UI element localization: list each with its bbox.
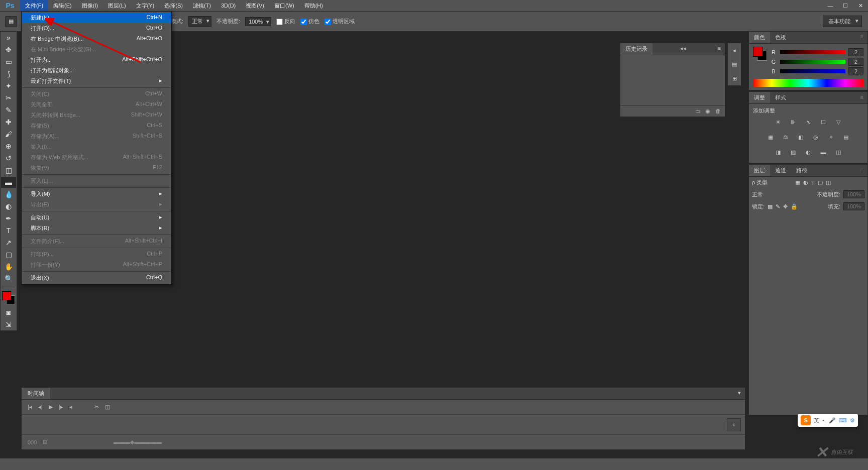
screen-mode-icon[interactable]: ⇲ [1, 319, 16, 330]
history-collapse-icon[interactable]: ◂◂ [676, 43, 690, 55]
layer-filter-select[interactable]: ρ 类型 [752, 179, 792, 186]
hue-sat-icon[interactable]: ▦ [766, 133, 776, 142]
dodge-tool[interactable]: ◐ [1, 201, 16, 212]
file-menu-item[interactable]: 导入(M) [22, 189, 171, 199]
menu-help[interactable]: 帮助(H) [299, 0, 328, 11]
workspace-switcher[interactable]: 基本功能 [823, 16, 862, 27]
filter-pixel-icon[interactable]: ▦ [795, 179, 800, 186]
layer-blend-select[interactable]: 正常 [752, 191, 814, 198]
file-menu-item[interactable]: 打开为智能对象... [22, 65, 171, 76]
ime-toolbar[interactable]: S 英 •, 🎤 ⌨ ⚙ [798, 414, 858, 427]
adjustments-tab[interactable]: 调整 [749, 92, 770, 103]
paths-tab[interactable]: 路径 [791, 165, 812, 176]
snapshot-icon[interactable]: ▭ [695, 108, 700, 114]
gradient-tool[interactable]: ▬ [1, 177, 16, 188]
add-media-button[interactable]: + [727, 418, 741, 431]
channel-mixer-icon[interactable]: ✧ [826, 133, 836, 142]
file-menu-item[interactable]: 脚本(R) [22, 223, 171, 233]
window-minimize[interactable]: — [823, 0, 838, 11]
type-tool[interactable]: T [1, 225, 16, 236]
move-tool[interactable]: ✥ [1, 44, 16, 55]
tool-preset[interactable]: ▦ [5, 16, 17, 27]
g-slider[interactable] [780, 60, 845, 64]
g-value[interactable]: 2 [848, 58, 863, 66]
dither-check[interactable]: 仿色 [300, 18, 319, 25]
filter-shape-icon[interactable]: ▢ [818, 179, 823, 186]
bw-icon[interactable]: ◧ [796, 133, 806, 142]
r-slider[interactable] [780, 50, 845, 54]
last-frame-icon[interactable]: ◂ [69, 404, 72, 410]
layers-tab[interactable]: 图层 [749, 165, 770, 176]
swatches-tab[interactable]: 色板 [770, 32, 791, 43]
character-icon[interactable]: ⊞ [728, 71, 741, 85]
menu-layer[interactable]: 图层(L) [103, 0, 131, 11]
layer-opacity-value[interactable]: 100% [843, 190, 864, 198]
hand-tool[interactable]: ✋ [1, 261, 16, 272]
transparency-check[interactable]: 透明区域 [324, 18, 355, 25]
filter-type-icon[interactable]: T [811, 180, 815, 186]
prev-frame-icon[interactable]: ◂| [38, 404, 43, 410]
levels-icon[interactable]: ⊪ [788, 118, 798, 127]
color-menu-icon[interactable]: ≡ [856, 32, 867, 43]
timeline-collapse-icon[interactable]: ▾ [734, 388, 745, 399]
blur-tool[interactable]: 💧 [1, 189, 16, 200]
filter-smart-icon[interactable]: ◫ [826, 179, 831, 186]
window-close[interactable]: ✕ [853, 0, 868, 11]
first-frame-icon[interactable]: |◂ [28, 404, 32, 410]
quick-mask-icon[interactable]: ◙ [1, 307, 16, 318]
ime-punct-icon[interactable]: •, [822, 417, 826, 423]
file-menu-item[interactable]: 最近打开文件(T) [22, 76, 171, 86]
invert-icon[interactable]: ◨ [773, 148, 783, 157]
layers-menu-icon[interactable]: ≡ [856, 165, 867, 176]
curves-icon[interactable]: ∿ [803, 118, 813, 127]
lasso-tool[interactable]: ⟆ [1, 68, 16, 79]
lock-position-icon[interactable]: ✥ [783, 203, 788, 210]
menu-type[interactable]: 文字(Y) [131, 0, 160, 11]
file-menu-item[interactable]: 在 Bridge 中浏览(B)...Alt+Ctrl+O [22, 34, 171, 44]
color-spectrum[interactable] [753, 79, 863, 87]
file-menu-item[interactable]: 打开(O)...Ctrl+O [22, 23, 171, 34]
exposure-icon[interactable]: ☐ [818, 118, 828, 127]
menu-filter[interactable]: 滤镜(T) [188, 0, 216, 11]
ime-lang[interactable]: 英 [814, 417, 819, 424]
marquee-tool[interactable]: ▭ [1, 56, 16, 67]
shape-tool[interactable]: ▢ [1, 249, 16, 260]
healing-brush-tool[interactable]: ✚ [1, 116, 16, 128]
menu-edit[interactable]: 编辑(E) [48, 0, 77, 11]
history-tab[interactable]: 历史记录 [620, 43, 653, 55]
scissors-icon[interactable]: ✂ [94, 404, 99, 410]
color-tab[interactable]: 颜色 [749, 32, 770, 43]
collapse-icon[interactable]: ◂ [728, 43, 741, 57]
menu-view[interactable]: 视图(V) [241, 0, 269, 11]
styles-tab[interactable]: 样式 [770, 92, 791, 103]
trash-icon[interactable]: 🗑 [715, 108, 721, 114]
ime-settings-icon[interactable]: ⚙ [850, 417, 855, 424]
ime-keyboard-icon[interactable]: ⌨ [839, 417, 847, 424]
filter-adj-icon[interactable]: ◐ [803, 179, 808, 186]
b-value[interactable]: 2 [848, 67, 863, 75]
posterize-icon[interactable]: ▨ [788, 148, 798, 157]
timeline-tab[interactable]: 时间轴 [22, 388, 50, 399]
brightness-icon[interactable]: ☀ [773, 118, 783, 127]
file-menu-item[interactable]: 退出(X)Ctrl+Q [22, 273, 171, 283]
blend-mode-select[interactable]: 正常 [188, 16, 211, 27]
photo-filter-icon[interactable]: ◎ [811, 133, 821, 142]
brush-tool[interactable]: 🖌 [1, 129, 16, 140]
transition-icon[interactable]: ◫ [105, 404, 110, 410]
gradient-map-icon[interactable]: ▬ [818, 148, 828, 157]
zoom-tool[interactable]: 🔍 [1, 273, 16, 284]
menu-file[interactable]: 文件(F) [20, 0, 48, 11]
file-menu-item[interactable]: 打开为...Alt+Shift+Ctrl+O [22, 55, 171, 65]
lock-pixels-icon[interactable]: ✎ [776, 203, 780, 210]
menu-image[interactable]: 图像(I) [77, 0, 103, 11]
magic-wand-tool[interactable]: ✦ [1, 80, 16, 91]
file-menu-item[interactable]: 自动(U) [22, 212, 171, 223]
crop-tool[interactable]: ✂ [1, 92, 16, 103]
next-frame-icon[interactable]: |▸ [59, 404, 63, 410]
camera-icon[interactable]: ◉ [705, 108, 710, 114]
reverse-check[interactable]: 反向 [276, 18, 295, 25]
adjustments-menu-icon[interactable]: ≡ [856, 92, 867, 103]
r-value[interactable]: 2 [848, 48, 863, 56]
properties-icon[interactable]: ▤ [728, 57, 741, 71]
menu-window[interactable]: 窗口(W) [269, 0, 299, 11]
